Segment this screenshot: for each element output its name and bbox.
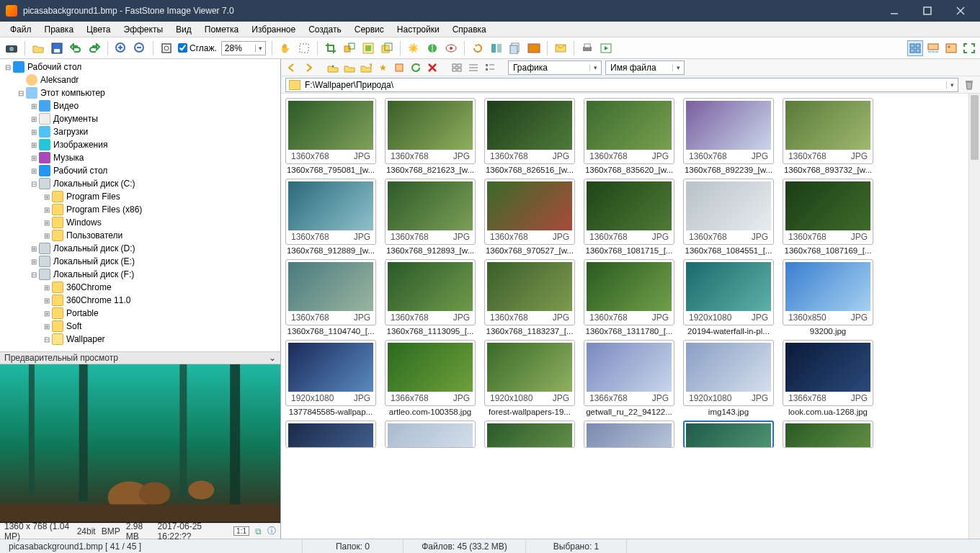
thumbnail[interactable] [584, 421, 674, 448]
select-icon[interactable] [297, 41, 311, 55]
chevron-down-icon[interactable]: ▾ [946, 81, 958, 89]
tree-node[interactable]: ⊞Program Files (x86) [0, 203, 280, 216]
canvas-icon[interactable] [361, 41, 375, 55]
menu-Файл[interactable]: Файл [4, 23, 37, 36]
menu-Настройки[interactable]: Настройки [391, 23, 445, 36]
thumbnail[interactable]: 1360x768JPG1360x768_1104740_[... [285, 259, 376, 336]
filter-combo[interactable]: Графика ▾ [508, 60, 602, 75]
tree-node[interactable]: ⊞360Chrome [0, 281, 280, 294]
folder-tree[interactable]: ⊟Рабочий столAleksandr⊟Этот компьютер⊞Ви… [0, 59, 280, 351]
scrollbar-thumb[interactable] [971, 95, 979, 160]
redo-icon[interactable] [87, 41, 102, 55]
tree-node[interactable]: ⊞Program Files [0, 190, 280, 203]
thumbnail[interactable]: 1360x768JPG1360x768_826516_[w... [484, 98, 575, 174]
expand-icon[interactable]: ⊞ [29, 141, 39, 149]
view-list-icon[interactable] [467, 61, 480, 74]
collapse-icon[interactable]: ⊟ [16, 89, 26, 97]
tree-node[interactable]: ⊟Wallpaper [0, 333, 280, 346]
tree-node[interactable]: ⊞Soft [0, 320, 280, 333]
thumbnail[interactable]: 1360x768JPG1360x768_795081_[w... [285, 98, 376, 174]
expand-icon[interactable]: ⊞ [42, 193, 52, 201]
expand-icon[interactable]: ⊞ [42, 310, 52, 318]
menu-Правка[interactable]: Правка [39, 23, 80, 36]
redeye-icon[interactable] [444, 41, 458, 55]
tree-node[interactable]: ⊟Локальный диск (F:) [0, 268, 280, 281]
expand-icon[interactable]: ⊞ [42, 323, 52, 331]
thumbnail[interactable] [683, 421, 774, 448]
single-view-button[interactable] [943, 40, 959, 56]
menu-Вид[interactable]: Вид [170, 23, 197, 36]
thumbnail[interactable]: 1360x768JPG1360x768_835620_[w... [584, 98, 674, 174]
brightness-icon[interactable]: ☀️ [406, 41, 421, 55]
thumbnail[interactable]: 1360x768JPG1360x768_1113095_[... [385, 259, 476, 336]
thumbnail[interactable]: 1360x768JPG1360x768_1311780_[... [584, 259, 674, 336]
expand-icon[interactable]: ⊞ [29, 102, 39, 110]
thumbnail[interactable]: 1360x768JPG1360x768_892239_[w... [683, 98, 774, 174]
view-large-icon[interactable] [450, 61, 463, 74]
expand-icon[interactable]: ⊞ [42, 297, 52, 305]
collapse-icon[interactable]: ⌄ [269, 353, 276, 363]
color-icon[interactable] [425, 41, 440, 55]
sort-combo[interactable]: Имя файла ▾ [605, 60, 685, 75]
zoom-in-icon[interactable] [114, 41, 128, 55]
collapse-icon[interactable]: ⊟ [3, 63, 13, 71]
collapse-icon[interactable]: ⊟ [42, 336, 52, 343]
tree-node[interactable]: ⊞Локальный диск (E:) [0, 255, 280, 268]
thumbnail[interactable]: 1360x768JPG1360x768_1087169_[... [783, 179, 873, 255]
thumbnail[interactable]: 1360x768JPG1360x768_912893_[w... [385, 179, 476, 255]
chevron-down-icon[interactable]: ▾ [672, 64, 684, 71]
tree-node[interactable]: ⊞Пользователи [0, 229, 280, 242]
thumbnails-view-button[interactable] [907, 40, 923, 56]
expand-icon[interactable]: ⊞ [29, 167, 39, 175]
histogram-icon[interactable]: ⧉ [255, 526, 262, 536]
scrollbar[interactable] [968, 94, 980, 539]
thumbnail[interactable] [783, 421, 873, 448]
refresh-folder-icon[interactable] [343, 61, 356, 74]
thumbnail[interactable]: 1360x768JPG1360x768_970527_[w... [484, 179, 575, 255]
actual-size-button[interactable]: 1:1 [233, 526, 249, 536]
fit-icon[interactable] [159, 41, 174, 55]
flip-icon[interactable] [489, 41, 504, 55]
tree-node[interactable]: ⊟Рабочий стол [0, 60, 280, 73]
zoom-combo[interactable]: ▾ [221, 41, 266, 55]
print-icon[interactable] [580, 41, 594, 55]
view-details-icon[interactable] [484, 61, 496, 74]
save-icon[interactable] [50, 41, 64, 55]
undo-icon[interactable] [68, 41, 83, 55]
expand-icon[interactable]: ⊞ [42, 206, 52, 214]
close-button[interactable] [951, 4, 970, 18]
thumbnail[interactable] [484, 421, 575, 448]
email-icon[interactable] [553, 41, 568, 55]
rotate-left-icon[interactable] [471, 41, 485, 55]
zoom-out-icon[interactable] [133, 41, 147, 55]
menu-Создать[interactable]: Создать [303, 23, 347, 36]
thumbnail[interactable]: 1360x768JPG1360x768_1081715_[... [584, 179, 674, 255]
expand-icon[interactable]: ⊞ [29, 258, 39, 266]
thumbnail[interactable]: 1360x768JPG1360x768_1084551_[... [683, 179, 774, 255]
smooth-checkbox[interactable]: Сглаж. [178, 43, 217, 53]
thumbnail[interactable]: 1366x768JPGartleo.com-100358.jpg [385, 340, 476, 416]
tree-node[interactable]: ⊞Рабочий стол [0, 164, 280, 177]
slideshow-icon[interactable] [599, 41, 613, 55]
trash-icon[interactable] [963, 78, 976, 91]
tree-node[interactable]: ⊟Этот компьютер [0, 86, 280, 99]
thumbnail[interactable]: 1920x1080JPG20194-waterfall-in-pl... [683, 259, 774, 336]
minimize-button[interactable] [885, 4, 904, 18]
thumbnail[interactable]: 1360x768JPG1360x768_821623_[w... [385, 98, 476, 174]
open-icon[interactable] [31, 41, 45, 55]
path-input[interactable]: F:\Wallpaper\Природа\ ▾ [285, 78, 958, 92]
expand-icon[interactable]: ⊞ [29, 154, 39, 162]
acquire-icon[interactable] [4, 41, 19, 55]
menu-Пометка[interactable]: Пометка [199, 23, 245, 36]
thumbnail[interactable]: 1920x1080JPGforest-wallpapers-19... [484, 340, 575, 416]
thumbnail[interactable]: 1360x768JPG1360x768_893732_[w... [783, 98, 873, 174]
copy-icon[interactable] [508, 41, 522, 55]
refresh-icon[interactable] [409, 61, 422, 74]
expand-icon[interactable]: ⊞ [42, 232, 52, 240]
thumbnail[interactable] [285, 421, 376, 448]
collapse-icon[interactable]: ⊟ [29, 180, 39, 188]
tag-icon[interactable] [393, 61, 406, 74]
chevron-down-icon[interactable]: ▾ [589, 64, 601, 71]
tree-node[interactable]: ⊞Windows [0, 216, 280, 229]
expand-icon[interactable]: ⊞ [29, 128, 39, 136]
